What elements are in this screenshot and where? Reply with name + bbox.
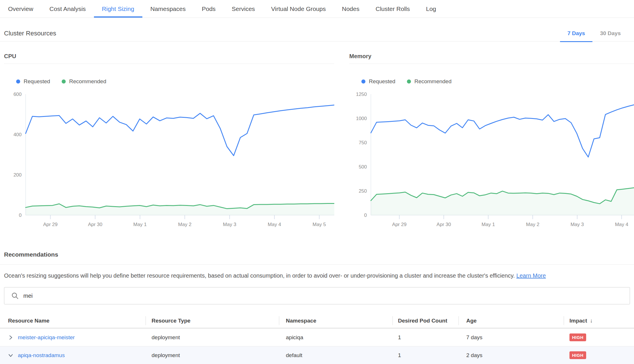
impact-badge: HIGH <box>569 351 586 359</box>
svg-text:May 5: May 5 <box>313 222 326 227</box>
namespace-cell: default <box>279 352 393 359</box>
top-nav: Overview Cost Analysis Right Sizing Name… <box>0 0 634 18</box>
svg-text:500: 500 <box>359 164 367 170</box>
table-header-row: Resource Name Resource Type Namespace De… <box>0 314 634 329</box>
recommended-legend-dot-icon <box>62 79 66 84</box>
svg-text:May 3: May 3 <box>571 222 584 227</box>
section-title: Cluster Resources <box>4 30 56 37</box>
tab-right-sizing[interactable]: Right Sizing <box>94 0 142 18</box>
svg-text:250: 250 <box>359 188 367 194</box>
tab-pods[interactable]: Pods <box>194 0 224 18</box>
svg-text:200: 200 <box>14 172 22 178</box>
svg-text:1250: 1250 <box>356 92 367 97</box>
column-label: Age <box>466 318 477 324</box>
namespace-cell: apiciqa <box>279 334 393 341</box>
svg-text:750: 750 <box>359 140 367 145</box>
recommended-legend-dot-icon <box>407 79 411 84</box>
svg-text:Apr 30: Apr 30 <box>437 222 451 227</box>
tab-nodes[interactable]: Nodes <box>334 0 368 18</box>
svg-text:Apr 30: Apr 30 <box>88 222 102 227</box>
recommendations-divider <box>0 264 634 265</box>
svg-text:May 4: May 4 <box>268 222 281 227</box>
impact-badge: HIGH <box>569 333 586 341</box>
cpu-chart-legend: Requested Recommended <box>16 78 334 85</box>
svg-text:0: 0 <box>19 213 22 218</box>
legend-item-requested[interactable]: Requested <box>16 78 50 85</box>
resource-name-cell: meister-apiciqa-meister <box>0 334 146 341</box>
svg-text:600: 600 <box>14 92 22 97</box>
impact-cell: HIGH <box>564 333 634 341</box>
resource-type-cell: deployment <box>146 334 279 341</box>
column-header-age[interactable]: Age <box>458 314 564 328</box>
cpu-chart: 0200400600Apr 29Apr 30May 1May 2May 3May… <box>4 90 334 229</box>
recommendations-table: Resource Name Resource Type Namespace De… <box>0 314 634 364</box>
tab-services[interactable]: Services <box>224 0 263 18</box>
legend-label-recommended: Recommended <box>69 78 106 85</box>
impact-cell: HIGH <box>564 351 634 359</box>
memory-chart: 025050075010001250Apr 29Apr 30May 1May 2… <box>349 90 634 229</box>
age-cell: 7 days <box>458 334 564 341</box>
resource-name-cell: apiqa-nostradamus <box>0 352 146 359</box>
legend-item-recommended[interactable]: Recommended <box>62 78 106 85</box>
column-label: Namespace <box>286 318 316 324</box>
sort-descending-icon[interactable]: ↓ <box>590 318 593 324</box>
column-header-namespace[interactable]: Namespace <box>279 314 393 328</box>
column-header-impact[interactable]: Impact ↓ <box>564 314 634 328</box>
pod-count-cell: 1 <box>393 352 458 359</box>
memory-chart-panel: Memory Requested Recommended 02505007501… <box>349 53 634 229</box>
pod-count-cell: 1 <box>393 334 458 341</box>
column-label: Desired Pod Count <box>398 318 447 324</box>
requested-legend-dot-icon <box>16 79 20 84</box>
legend-label-requested: Requested <box>369 78 395 85</box>
cluster-resources-header: Cluster Resources 7 Days 30 Days <box>0 25 634 41</box>
svg-text:0: 0 <box>364 213 367 218</box>
svg-text:Apr 29: Apr 29 <box>43 222 58 227</box>
range-tab-7-days[interactable]: 7 Days <box>560 25 593 41</box>
chevron-down-icon[interactable] <box>8 353 13 358</box>
recommendations-description: Ocean's resizing suggestions will help y… <box>4 272 630 280</box>
svg-text:May 4: May 4 <box>615 222 628 227</box>
column-header-desired-pod-count[interactable]: Desired Pod Count <box>393 314 458 328</box>
resource-name-link[interactable]: apiqa-nostradamus <box>18 352 65 359</box>
legend-item-requested[interactable]: Requested <box>361 78 395 85</box>
legend-label-recommended: Recommended <box>414 78 452 85</box>
recommendations-description-text: Ocean's resizing suggestions will help y… <box>4 272 515 279</box>
legend-item-recommended[interactable]: Recommended <box>407 78 452 85</box>
search-box <box>4 287 630 304</box>
svg-text:May 3: May 3 <box>223 222 236 227</box>
column-header-resource-name[interactable]: Resource Name <box>0 314 146 328</box>
column-label: Resource Type <box>152 318 190 324</box>
cpu-chart-panel: CPU Requested Recommended 0200400600Apr … <box>4 53 334 229</box>
tab-namespaces[interactable]: Namespaces <box>142 0 194 18</box>
legend-label-requested: Requested <box>24 78 50 85</box>
search-icon <box>11 292 19 299</box>
table-row[interactable]: meister-apiciqa-meister deployment apici… <box>0 329 634 346</box>
age-cell: 2 days <box>458 352 564 359</box>
learn-more-link[interactable]: Learn More <box>516 272 546 279</box>
svg-text:May 1: May 1 <box>133 222 147 227</box>
tab-cluster-rolls[interactable]: Cluster Rolls <box>367 0 418 18</box>
svg-text:400: 400 <box>14 132 22 137</box>
tab-log[interactable]: Log <box>418 0 444 18</box>
recommendations-title: Recommendations <box>4 251 630 258</box>
search-input[interactable] <box>23 293 630 299</box>
svg-text:May 2: May 2 <box>526 222 539 227</box>
range-tab-30-days[interactable]: 30 Days <box>593 25 628 41</box>
resource-type-cell: deployment <box>146 352 279 359</box>
charts-row: CPU Requested Recommended 0200400600Apr … <box>0 53 634 229</box>
chevron-right-icon[interactable] <box>8 335 13 340</box>
memory-chart-title: Memory <box>349 53 634 64</box>
tab-cost-analysis[interactable]: Cost Analysis <box>41 0 94 18</box>
column-label: Resource Name <box>8 318 50 324</box>
requested-legend-dot-icon <box>361 79 365 84</box>
column-label: Impact <box>569 318 587 324</box>
table-row[interactable]: apiqa-nostradamus deployment default 1 2… <box>0 346 634 364</box>
svg-text:May 1: May 1 <box>482 222 495 227</box>
tab-overview[interactable]: Overview <box>0 0 41 18</box>
memory-chart-legend: Requested Recommended <box>361 78 634 85</box>
resource-name-link[interactable]: meister-apiciqa-meister <box>18 334 75 341</box>
svg-text:Apr 29: Apr 29 <box>392 222 407 227</box>
tab-virtual-node-groups[interactable]: Virtual Node Groups <box>263 0 334 18</box>
cpu-chart-title: CPU <box>4 53 334 64</box>
column-header-resource-type[interactable]: Resource Type <box>146 314 279 328</box>
